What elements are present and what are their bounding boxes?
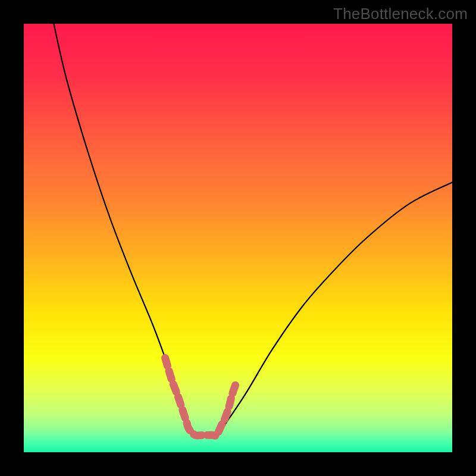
chart-svg bbox=[24, 24, 452, 452]
plot-area bbox=[24, 24, 452, 452]
watermark-text: TheBottleneck.com bbox=[333, 5, 468, 23]
chart-frame: TheBottleneck.com bbox=[0, 0, 476, 476]
bottleneck-curve bbox=[54, 24, 452, 437]
bottom-highlight bbox=[165, 358, 236, 436]
